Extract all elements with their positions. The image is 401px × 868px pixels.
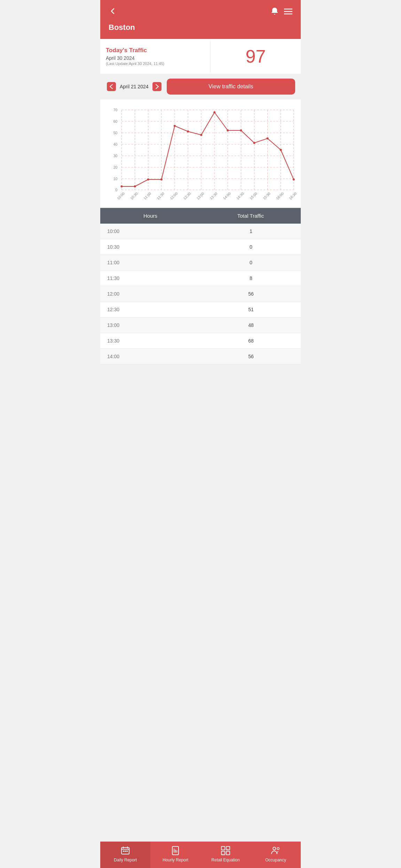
- table-row: 10:00 1: [100, 224, 301, 239]
- svg-text:14:30: 14:30: [236, 192, 245, 201]
- traffic-chart: .grid-line { stroke: #e8a0a0; stroke-wid…: [104, 106, 297, 204]
- table-cell-traffic: 56: [201, 349, 301, 364]
- data-table: Hours Total Traffic 10:00 1 10:30 0 11:0…: [100, 208, 301, 364]
- svg-text:10: 10: [113, 177, 118, 181]
- svg-point-40: [187, 130, 189, 132]
- table-cell-time: 12:30: [100, 302, 201, 317]
- traffic-count: 97: [245, 46, 266, 67]
- table-cell-time: 10:00: [100, 224, 201, 239]
- table-cell-traffic: 48: [201, 318, 301, 333]
- table-row: 12:30 51: [100, 302, 301, 318]
- table-row: 12:00 56: [100, 286, 301, 302]
- table-cell-time: 11:00: [100, 255, 201, 270]
- svg-text:14:00: 14:00: [222, 192, 231, 201]
- svg-point-42: [213, 111, 215, 113]
- table-cell-time: 10:30: [100, 239, 201, 255]
- chart-wrapper: .grid-line { stroke: #e8a0a0; stroke-wid…: [104, 106, 297, 204]
- notification-button[interactable]: [271, 7, 278, 17]
- next-date-button[interactable]: [151, 81, 163, 92]
- svg-point-39: [174, 125, 176, 127]
- svg-text:0: 0: [115, 188, 117, 192]
- date-nav: April 21 2024: [106, 81, 163, 92]
- svg-point-48: [293, 178, 295, 180]
- traffic-left: Today's Traffic April 30 2024 (Last Upda…: [100, 40, 211, 73]
- svg-text:10:30: 10:30: [129, 192, 139, 201]
- svg-text:16:00: 16:00: [275, 192, 284, 201]
- traffic-right: 97: [211, 39, 301, 74]
- col-hours-header: Hours: [100, 208, 200, 224]
- svg-text:16:30: 16:30: [288, 192, 297, 201]
- svg-text:12:30: 12:30: [182, 192, 191, 201]
- traffic-section: Today's Traffic April 30 2024 (Last Upda…: [100, 39, 301, 74]
- table-row: 11:30 8: [100, 271, 301, 286]
- svg-text:12:00: 12:00: [169, 192, 178, 201]
- table-row: 13:30 68: [100, 333, 301, 349]
- table-cell-traffic: 56: [201, 286, 301, 302]
- svg-point-47: [280, 149, 282, 151]
- back-button[interactable]: [109, 7, 117, 17]
- table-row: 14:00 56: [100, 349, 301, 364]
- header: Boston: [100, 0, 301, 39]
- traffic-update: (Last Update:April 30 2024, 11:45): [106, 62, 205, 66]
- menu-button[interactable]: [284, 8, 292, 17]
- svg-point-44: [240, 129, 242, 131]
- table-cell-time: 13:30: [100, 333, 201, 348]
- svg-point-45: [253, 142, 255, 144]
- svg-text:30: 30: [113, 154, 118, 158]
- svg-text:20: 20: [113, 166, 118, 169]
- table-cell-traffic: 0: [201, 255, 301, 270]
- table-cell-time: 12:00: [100, 286, 201, 302]
- table-cell-traffic: 51: [201, 302, 301, 317]
- col-traffic-header: Total Traffic: [200, 208, 301, 224]
- table-cell-traffic: 68: [201, 333, 301, 348]
- svg-text:60: 60: [113, 120, 118, 123]
- svg-point-36: [134, 185, 136, 187]
- svg-text:13:30: 13:30: [209, 192, 218, 201]
- svg-text:11:00: 11:00: [143, 192, 152, 201]
- svg-point-43: [227, 129, 229, 131]
- svg-text:50: 50: [113, 131, 118, 135]
- view-details-button[interactable]: View traffic details: [167, 79, 295, 95]
- table-row: 10:30 0: [100, 239, 301, 255]
- svg-point-41: [200, 134, 202, 136]
- header-top: [109, 0, 292, 23]
- table-cell-time: 11:30: [100, 271, 201, 286]
- svg-point-35: [120, 185, 123, 187]
- table-row: 13:00 48: [100, 318, 301, 333]
- svg-text:40: 40: [113, 143, 118, 146]
- chart-container: .grid-line { stroke: #e8a0a0; stroke-wid…: [100, 99, 301, 207]
- svg-text:13:00: 13:00: [196, 192, 205, 201]
- table-row: 11:00 0: [100, 255, 301, 271]
- svg-text:70: 70: [113, 108, 118, 112]
- table-cell-traffic: 8: [201, 271, 301, 286]
- svg-point-46: [266, 137, 268, 139]
- table-cell-traffic: 1: [201, 224, 301, 239]
- selected-date: April 21 2024: [120, 84, 149, 89]
- table-cell-time: 14:00: [100, 349, 201, 364]
- svg-text:10:00: 10:00: [116, 192, 125, 201]
- traffic-label: Today's Traffic: [106, 47, 205, 54]
- svg-rect-3: [107, 82, 116, 91]
- svg-point-37: [147, 178, 149, 180]
- table-header: Hours Total Traffic: [100, 208, 301, 224]
- table-cell-time: 13:00: [100, 318, 201, 333]
- table-cell-traffic: 0: [201, 239, 301, 255]
- header-icons: [271, 7, 292, 17]
- svg-rect-4: [152, 82, 162, 91]
- page-title: Boston: [109, 23, 292, 32]
- prev-date-button[interactable]: [106, 81, 117, 92]
- svg-text:15:00: 15:00: [249, 192, 258, 201]
- controls-row: April 21 2024 View traffic details: [100, 74, 301, 99]
- svg-text:11:30: 11:30: [156, 192, 165, 201]
- svg-point-38: [160, 178, 163, 180]
- table-body: 10:00 1 10:30 0 11:00 0 11:30 8 12:00 56…: [100, 224, 301, 364]
- svg-text:15:30: 15:30: [262, 192, 271, 201]
- traffic-date: April 30 2024: [106, 55, 205, 61]
